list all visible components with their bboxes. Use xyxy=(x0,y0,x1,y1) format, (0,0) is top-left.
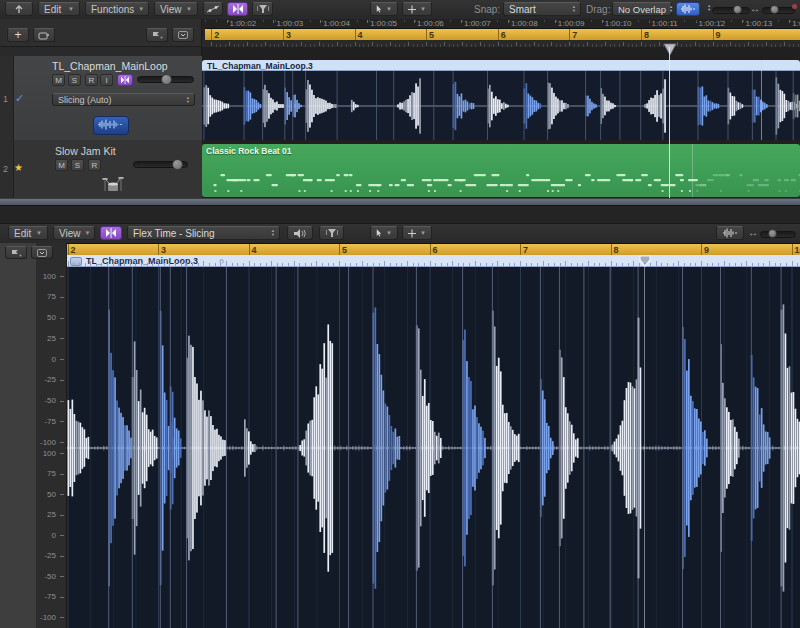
editor-left-click-tool-button[interactable]: ▼ xyxy=(370,226,398,240)
add-track-button[interactable]: + xyxy=(7,28,29,42)
left-click-tool-button[interactable]: ▼ xyxy=(370,2,398,16)
stepper-icon: ▴▾ xyxy=(670,5,672,13)
editor-filter-button[interactable] xyxy=(319,226,344,240)
editor-flex-button[interactable] xyxy=(100,226,122,240)
snap-dropdown[interactable]: Smart ▴▾ xyxy=(503,2,581,16)
amplitude-scale-label: 75 xyxy=(34,469,56,478)
amplitude-scale-tick xyxy=(60,556,64,557)
strip-tick xyxy=(266,263,267,266)
strip-tick xyxy=(232,263,233,266)
editor-catch-button[interactable] xyxy=(5,246,27,259)
strip-tick xyxy=(622,263,623,266)
flex-time-value: Flex Time - Slicing xyxy=(133,228,215,239)
input-monitor-button[interactable]: I xyxy=(100,74,113,86)
functions-menu[interactable]: Functions▼ xyxy=(85,2,149,16)
solo-button[interactable]: S xyxy=(68,74,81,86)
track-name[interactable]: Slow Jam Kit xyxy=(55,145,116,157)
mute-button[interactable]: M xyxy=(52,74,65,86)
subdivision-ruler[interactable] xyxy=(202,40,800,47)
waveform-zoom-button[interactable] xyxy=(676,2,700,16)
track-header-2[interactable]: 2 ★ Slow Jam Kit M S R xyxy=(0,140,202,199)
strip-tick xyxy=(656,261,657,266)
bar-ruler-arrange[interactable]: 23456789 xyxy=(205,28,800,40)
track-sort-button[interactable] xyxy=(146,28,168,42)
edit-menu[interactable]: Edit▼ xyxy=(38,2,80,16)
solo-button[interactable]: S xyxy=(71,159,84,171)
strip-tick xyxy=(469,263,470,266)
time-ruler-minor-tick xyxy=(521,20,522,22)
editor-zoom-slider[interactable] xyxy=(760,231,796,238)
vertical-zoom-knob[interactable] xyxy=(733,5,742,14)
subdivision-tick xyxy=(748,42,749,46)
bar-ruler-label: 9 xyxy=(704,245,709,255)
strip-tick xyxy=(661,263,662,266)
pane-divider[interactable] xyxy=(0,198,800,206)
flex-mode-dropdown[interactable]: Slicing (Auto) ▴▾ xyxy=(52,93,195,106)
track-flex-button[interactable] xyxy=(117,74,133,86)
editor-options-button[interactable] xyxy=(31,246,53,259)
add-track-type-button[interactable] xyxy=(33,28,55,42)
track-check-icon[interactable]: ✓ xyxy=(15,92,24,105)
track-icon-drumkit[interactable] xyxy=(101,176,125,193)
bar-ruler-editor[interactable]: 2345678910 xyxy=(67,243,800,255)
flex-time-dropdown[interactable]: Flex Time - Slicing ▴▾ xyxy=(127,226,280,240)
arrange-waveform[interactable] xyxy=(202,71,800,140)
region-play-button[interactable]: ▶ xyxy=(70,257,82,266)
catch-playhead-button[interactable] xyxy=(5,2,33,16)
strip-tick xyxy=(237,263,238,266)
editor-waveform[interactable] xyxy=(67,267,800,628)
time-ruler-minor-tick xyxy=(544,20,545,22)
view-menu[interactable]: View▼ xyxy=(154,2,198,16)
midi-region[interactable]: Classic Rock Beat 01 xyxy=(202,144,800,197)
editor-command-click-tool-button[interactable]: ▼ xyxy=(402,226,432,240)
strip-tick xyxy=(707,263,708,266)
time-ruler-minor-tick xyxy=(333,20,334,22)
volume-knob[interactable] xyxy=(172,159,183,170)
mute-button[interactable]: M xyxy=(55,159,68,171)
playhead-marker-arrange[interactable] xyxy=(663,43,678,57)
track-star-icon[interactable]: ★ xyxy=(14,162,23,173)
filter-button[interactable] xyxy=(252,2,273,16)
editor-region-header[interactable]: ▶ TL_Chapman_MainLoop.3 ○ xyxy=(67,255,800,267)
strip-tick xyxy=(509,263,510,266)
amplitude-scale-label: -50 xyxy=(34,396,56,405)
region-header[interactable]: TL_Chapman_MainLoop.3 xyxy=(202,60,800,71)
prelisten-button[interactable] xyxy=(287,226,313,240)
flex-button[interactable] xyxy=(227,2,248,16)
strip-tick xyxy=(599,263,600,266)
volume-knob[interactable] xyxy=(161,74,172,85)
strip-tick xyxy=(480,263,481,266)
track-header-toolbar: + xyxy=(0,19,202,47)
amplitude-scale-label: 50 xyxy=(34,490,56,499)
track-header-1[interactable]: 1 ✓ TL_Chapman_MainLoop M S R I Slicing … xyxy=(0,56,202,141)
time-ruler-minor-tick xyxy=(755,20,756,22)
drag-dropdown[interactable]: No Overlap ▴▾ xyxy=(612,2,672,16)
record-enable-button[interactable]: R xyxy=(88,159,101,171)
horizontal-zoom-knob[interactable] xyxy=(770,5,779,14)
time-ruler-minor-tick xyxy=(661,20,662,22)
crosshair-icon xyxy=(408,229,416,238)
track-name[interactable]: TL_Chapman_MainLoop xyxy=(52,60,168,72)
vertical-zoom-slider[interactable] xyxy=(712,7,750,14)
automation-button[interactable] xyxy=(203,2,223,16)
amplitude-scale-tick xyxy=(60,535,64,536)
audio-region[interactable]: TL_Chapman_MainLoop.3 xyxy=(202,60,800,140)
track-icon-waveform[interactable] xyxy=(93,116,129,135)
strip-tick xyxy=(497,261,498,266)
editor-waveform-zoom-button[interactable] xyxy=(716,226,744,240)
command-click-tool-button[interactable]: ▼ xyxy=(402,2,432,16)
record-enable-button[interactable]: R xyxy=(85,74,98,86)
strip-tick xyxy=(746,261,747,266)
bar-ruler-tick xyxy=(211,29,212,40)
vertical-zoom-arrows-icon[interactable]: ▴▾ xyxy=(708,4,710,12)
time-ruler-minor-tick xyxy=(626,20,627,22)
amplitude-scale-tick xyxy=(60,421,64,422)
subdivision-tick xyxy=(498,42,499,46)
editor-view-menu[interactable]: View▼ xyxy=(53,226,95,240)
playhead-marker-editor[interactable] xyxy=(638,255,653,268)
track-header-options-button[interactable] xyxy=(172,28,194,42)
editor-edit-menu[interactable]: Edit▼ xyxy=(8,226,48,240)
time-ruler[interactable]: 11:00:021:00:031:00:041:00:051:00:061:00… xyxy=(190,19,800,28)
amplitude-scale-label: 0 xyxy=(34,531,56,540)
editor-zoom-knob[interactable] xyxy=(768,229,777,238)
